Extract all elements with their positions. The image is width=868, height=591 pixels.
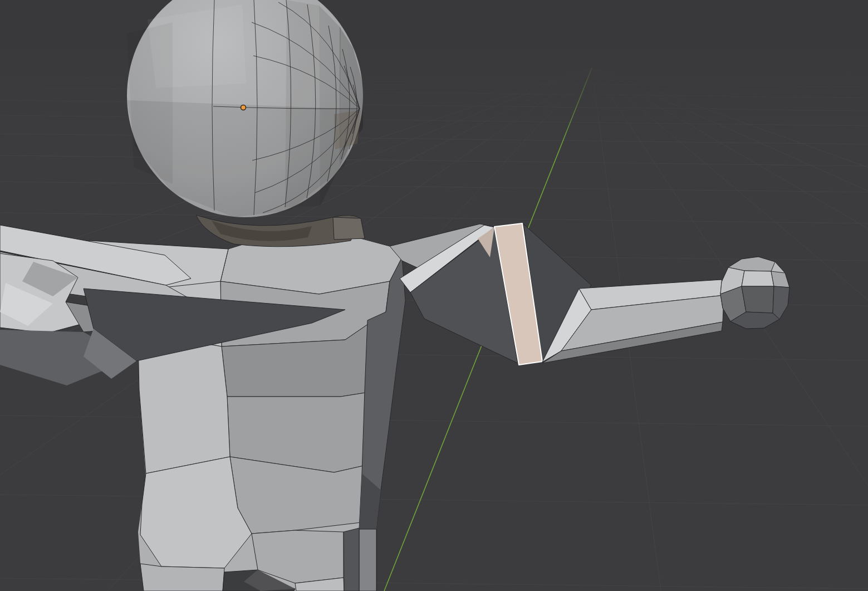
ball-hand-mesh[interactable] bbox=[720, 257, 789, 329]
viewport-3d[interactable] bbox=[0, 0, 868, 591]
viewport-canvas[interactable] bbox=[0, 0, 868, 591]
origin-dot bbox=[241, 105, 246, 110]
